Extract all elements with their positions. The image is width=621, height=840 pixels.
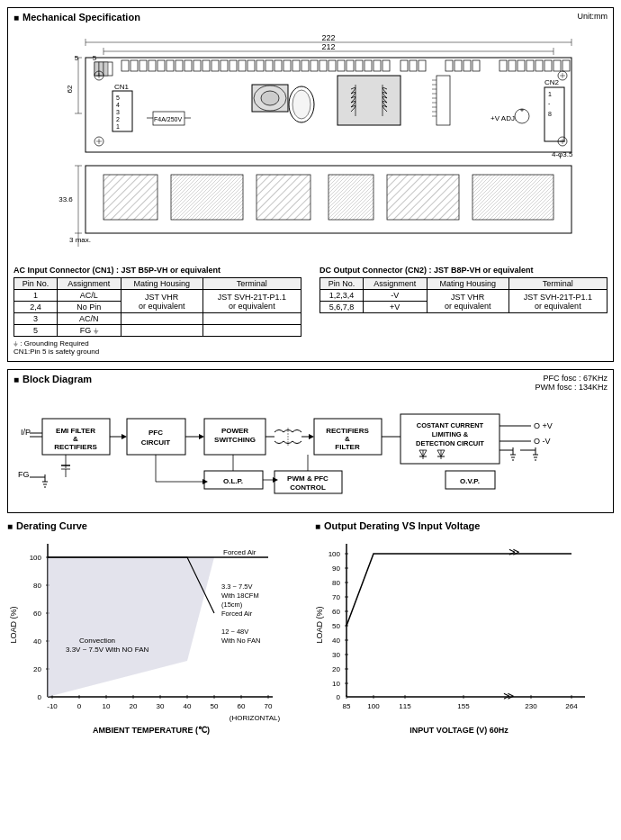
svg-rect-30 (256, 60, 264, 71)
svg-text:230: 230 (525, 702, 537, 710)
dc-col-terminal: Terminal (508, 278, 607, 290)
svg-rect-49 (454, 60, 462, 71)
svg-text:70: 70 (265, 702, 273, 710)
technical-drawing: 222 212 5 5 (14, 26, 608, 260)
svg-text:O.V.P.: O.V.P. (460, 477, 480, 485)
svg-marker-202 (202, 479, 208, 484)
svg-text:90: 90 (332, 565, 340, 573)
svg-marker-159 (309, 434, 314, 439)
svg-text:3: 3 (116, 109, 120, 115)
ac-col-housing: Mating Housing (121, 278, 202, 290)
svg-text:SWITCHING: SWITCHING (214, 436, 256, 444)
dc-connector-block: DC Output Connector (CN2) : JST B8P-VH o… (320, 266, 608, 356)
svg-text:60: 60 (33, 610, 41, 618)
svg-text:100: 100 (328, 550, 341, 558)
derating-curve-header: Derating Curve (7, 520, 306, 531)
drawing-svg: 222 212 5 5 (14, 26, 608, 260)
svg-text:12 ~ 48V: 12 ~ 48V (221, 628, 248, 636)
unit-label: Unit:mm (578, 12, 608, 21)
svg-text:1: 1 (548, 91, 552, 97)
svg-rect-20 (166, 60, 174, 71)
svg-text:CN1: CN1 (114, 83, 130, 91)
dc-connector-title: DC Output Connector (CN2) : JST B8P-VH o… (320, 266, 608, 275)
output-derating-svg: 0 10 20 30 40 50 60 70 80 90 100 85 (315, 535, 612, 742)
svg-rect-117 (171, 175, 243, 220)
svg-text:CIRCUIT: CIRCUIT (141, 438, 171, 447)
block-diagram-area: I/P FG EMI FILTER & RECTIFIERS (14, 392, 608, 509)
svg-text:20: 20 (33, 665, 41, 673)
svg-text:CN2: CN2 (544, 78, 560, 86)
mechanical-spec-header: Mechanical Specification (14, 12, 608, 23)
svg-text:80: 80 (33, 582, 41, 590)
svg-text:DETECTION CIRCUIT: DETECTION CIRCUIT (416, 439, 484, 447)
svg-text:COSTANT CURRENT: COSTANT CURRENT (417, 421, 484, 429)
svg-rect-25 (212, 60, 219, 71)
svg-marker-199 (273, 477, 278, 483)
svg-text:222: 222 (321, 33, 335, 42)
ac-connector-title: AC Input Connector (CN1) : JST B5P-VH or… (14, 266, 302, 275)
svg-text:4: 4 (116, 102, 120, 108)
pfc-note: PFC fosc : 67KHz PWM fosc : 134KHz (535, 374, 608, 392)
svg-text:50: 50 (211, 702, 219, 710)
svg-text:70: 70 (332, 593, 340, 601)
svg-text:1: 1 (116, 123, 120, 130)
block-diagram-header: Block Diagram (14, 374, 608, 384)
svg-rect-48 (446, 60, 453, 71)
svg-text:60: 60 (238, 702, 246, 710)
svg-text:RECTIFIERS: RECTIFIERS (54, 443, 97, 451)
svg-rect-148 (127, 419, 185, 455)
ac-col-terminal: Terminal (202, 278, 301, 290)
block-diagram-svg: I/P FG EMI FILTER & RECTIFIERS (14, 392, 608, 509)
svg-text:4-φ3.5: 4-φ3.5 (552, 150, 573, 158)
connector-tables: AC Input Connector (CN1) : JST B5P-VH or… (14, 266, 608, 356)
svg-text:3.3 ~ 7.5V: 3.3 ~ 7.5V (221, 583, 252, 591)
svg-text:85: 85 (343, 702, 351, 710)
svg-rect-42 (364, 60, 372, 71)
svg-rect-52 (500, 60, 507, 71)
svg-rect-16 (130, 60, 138, 71)
svg-rect-38 (328, 60, 336, 71)
svg-rect-116 (104, 175, 158, 220)
svg-text:Forced Air: Forced Air (223, 548, 256, 556)
svg-text:Forced Air: Forced Air (221, 610, 253, 618)
svg-rect-18 (148, 60, 156, 71)
svg-text:115: 115 (399, 702, 411, 710)
svg-rect-44 (382, 60, 390, 71)
svg-text:8: 8 (548, 111, 552, 117)
svg-rect-55 (526, 60, 534, 71)
svg-text:50: 50 (332, 622, 340, 630)
svg-text:CONTROL: CONTROL (290, 483, 326, 492)
svg-rect-51 (472, 60, 480, 71)
svg-text:33.6: 33.6 (58, 195, 73, 203)
svg-rect-40 (346, 60, 354, 71)
svg-text:O -V: O -V (534, 437, 551, 446)
svg-text:POWER: POWER (221, 427, 248, 435)
svg-text:0: 0 (38, 693, 42, 701)
svg-rect-43 (374, 60, 381, 71)
svg-text:155: 155 (457, 702, 470, 710)
svg-text:212: 212 (321, 42, 335, 51)
svg-text:100: 100 (30, 554, 42, 562)
svg-text:LIMITING &: LIMITING & (432, 430, 469, 438)
svg-text:0: 0 (337, 693, 341, 701)
svg-rect-120 (387, 175, 459, 220)
ac-connector-table: Pin No. Assignment Mating Housing Termin… (14, 277, 302, 337)
svg-text:PWM & PFC: PWM & PFC (287, 474, 328, 483)
svg-rect-118 (256, 175, 310, 220)
svg-rect-59 (562, 60, 570, 71)
svg-text:5: 5 (116, 95, 120, 101)
svg-rect-34 (292, 60, 300, 71)
svg-marker-236 (48, 557, 214, 697)
svg-rect-91 (436, 76, 450, 125)
svg-rect-121 (472, 175, 554, 220)
svg-text:2: 2 (116, 116, 120, 122)
ac-col-assign: Assignment (57, 278, 121, 290)
svg-text:+V ADJ.: +V ADJ. (490, 114, 517, 122)
svg-rect-22 (184, 60, 192, 71)
svg-text:Convection: Convection (79, 637, 115, 645)
svg-rect-10 (86, 58, 572, 152)
svg-text:0: 0 (77, 702, 82, 710)
svg-text:80: 80 (332, 579, 340, 587)
svg-text:FILTER: FILTER (335, 443, 360, 451)
svg-text:I/P: I/P (21, 428, 31, 437)
